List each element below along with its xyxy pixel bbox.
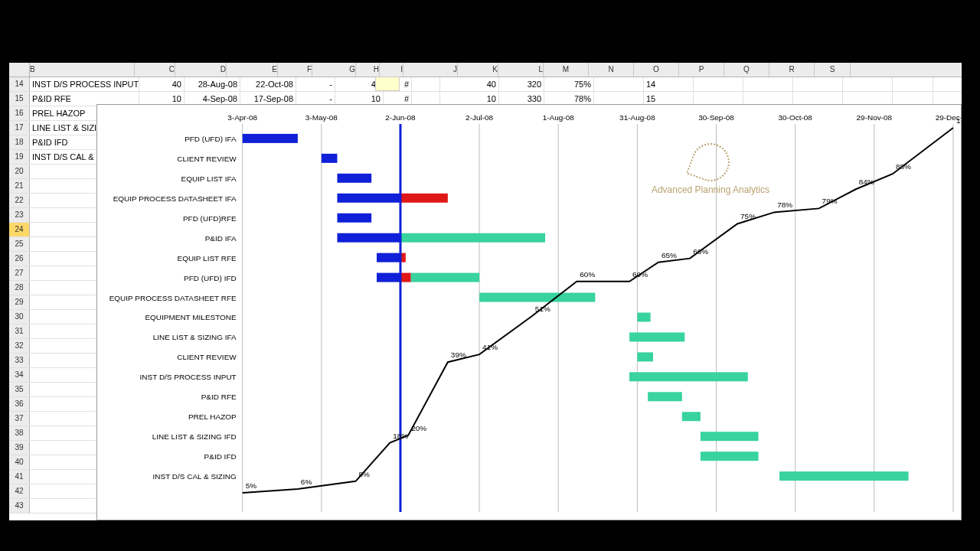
row-header-38[interactable]: 38: [9, 426, 30, 440]
row-header-41[interactable]: 41: [9, 470, 30, 484]
svg-rect-54: [682, 412, 701, 421]
col-S[interactable]: S: [815, 63, 851, 77]
col-F[interactable]: F: [278, 63, 312, 77]
svg-rect-30: [337, 214, 371, 223]
cell-I14[interactable]: [412, 77, 440, 91]
col-J[interactable]: J: [403, 63, 458, 77]
cell-O14[interactable]: [694, 77, 743, 91]
col-D[interactable]: D: [175, 63, 227, 77]
svg-text:CLIENT REVIEW: CLIENT REVIEW: [177, 155, 237, 163]
svg-rect-50: [629, 372, 748, 381]
row-header-39[interactable]: 39: [9, 441, 30, 455]
col-B[interactable]: B: [30, 63, 135, 77]
svg-rect-25: [337, 174, 371, 183]
column-headers[interactable]: B C D E F G H I J K L M N O P Q R S: [9, 63, 962, 77]
highlight-cell-H14: [375, 77, 400, 91]
cell-N14[interactable]: 14: [644, 77, 694, 91]
cell-B14[interactable]: INST D/S PROCESS INPUT: [30, 77, 139, 91]
row-header-22[interactable]: 22: [9, 194, 30, 207]
row-header-17[interactable]: 17: [9, 121, 30, 135]
svg-text:CLIENT REVIEW: CLIENT REVIEW: [177, 353, 237, 361]
row-header-25[interactable]: 25: [9, 237, 30, 251]
col-P[interactable]: P: [679, 63, 724, 77]
svg-text:31-Aug-08: 31-Aug-08: [619, 113, 655, 122]
svg-text:P&ID IFA: P&ID IFA: [205, 234, 237, 243]
cell-P14[interactable]: [743, 77, 793, 91]
cell-M14[interactable]: [594, 77, 644, 91]
row-header-40[interactable]: 40: [9, 455, 30, 469]
row-header-34[interactable]: 34: [9, 368, 30, 382]
cell-Q14[interactable]: [793, 77, 843, 91]
svg-text:60%: 60%: [580, 270, 595, 279]
row-header-31[interactable]: 31: [9, 324, 30, 338]
svg-rect-40: [411, 273, 479, 282]
row-14[interactable]: 14INST D/S PROCESS INPUT4028-Aug-0822-Oc…: [9, 77, 962, 92]
gantt-chart-object[interactable]: Advanced Planning Analytics 3-Apr-083-Ma…: [96, 104, 962, 520]
row-header-18[interactable]: 18: [9, 135, 30, 149]
svg-text:3-Apr-08: 3-Apr-08: [227, 113, 257, 122]
row-header-19[interactable]: 19: [9, 150, 30, 164]
svg-rect-44: [637, 312, 650, 321]
svg-rect-32: [337, 233, 400, 243]
cell-C14[interactable]: 40: [139, 77, 185, 91]
svg-text:30-Oct-08: 30-Oct-08: [779, 113, 813, 122]
svg-rect-35: [377, 253, 400, 262]
col-E[interactable]: E: [227, 63, 278, 77]
col-G[interactable]: G: [312, 63, 356, 77]
row-header-16[interactable]: 16: [9, 106, 30, 120]
cell-D14[interactable]: 28-Aug-08: [185, 77, 240, 91]
select-all-corner[interactable]: [9, 63, 30, 77]
cell-J14[interactable]: 40: [440, 77, 499, 91]
svg-text:LINE LIST & SIZING IFA: LINE LIST & SIZING IFA: [153, 333, 237, 341]
cell-R14[interactable]: [843, 77, 893, 91]
row-header-29[interactable]: 29: [9, 295, 30, 309]
svg-text:PFD (UFD) IFA: PFD (UFD) IFA: [185, 135, 237, 143]
row-header-24[interactable]: 24: [9, 223, 30, 236]
row-header-26[interactable]: 26: [9, 252, 30, 266]
row-header-15[interactable]: 15: [9, 92, 30, 106]
svg-rect-52: [648, 392, 682, 401]
col-N[interactable]: N: [589, 63, 634, 77]
svg-text:P&ID IFD: P&ID IFD: [204, 452, 237, 461]
row-header-14[interactable]: 14: [9, 77, 30, 91]
col-M[interactable]: M: [544, 63, 589, 77]
row-header-35[interactable]: 35: [9, 383, 30, 396]
row-header-37[interactable]: 37: [9, 412, 30, 425]
row-header-36[interactable]: 36: [9, 397, 30, 411]
row-header-32[interactable]: 32: [9, 339, 30, 353]
svg-rect-28: [400, 194, 448, 203]
col-I[interactable]: I: [380, 63, 403, 77]
cell-K14[interactable]: 320: [499, 77, 544, 91]
col-R[interactable]: R: [769, 63, 815, 77]
row-header-42[interactable]: 42: [9, 484, 30, 498]
row-header-28[interactable]: 28: [9, 281, 30, 295]
svg-text:29-Nov-08: 29-Nov-08: [857, 113, 893, 122]
cell-S14[interactable]: [893, 77, 933, 91]
cell-E14[interactable]: 22-Oct-08: [240, 77, 296, 91]
col-H[interactable]: H: [356, 63, 380, 77]
svg-text:EQUIP PROCESS DATASHEET RFE: EQUIP PROCESS DATASHEET RFE: [109, 294, 237, 302]
cell-F14[interactable]: -: [296, 77, 335, 91]
col-K[interactable]: K: [458, 63, 498, 77]
svg-text:100%: 100%: [956, 116, 961, 125]
svg-text:1-Aug-08: 1-Aug-08: [543, 113, 574, 122]
svg-text:75%: 75%: [740, 212, 756, 220]
row-header-27[interactable]: 27: [9, 266, 30, 280]
col-C[interactable]: C: [135, 63, 175, 77]
row-header-21[interactable]: 21: [9, 179, 30, 193]
col-L[interactable]: L: [498, 63, 544, 77]
row-header-43[interactable]: 43: [9, 499, 30, 513]
svg-text:84%: 84%: [859, 178, 874, 186]
svg-rect-46: [629, 332, 684, 341]
row-header-23[interactable]: 23: [9, 208, 30, 222]
cell-L14[interactable]: 75%: [544, 77, 594, 91]
col-Q[interactable]: Q: [724, 63, 769, 77]
svg-text:INST D/S PROCESS INPUT: INST D/S PROCESS INPUT: [140, 373, 237, 381]
svg-text:LINE LIST & SIZING IFD: LINE LIST & SIZING IFD: [152, 432, 237, 441]
row-header-20[interactable]: 20: [9, 165, 30, 178]
row-header-33[interactable]: 33: [9, 354, 30, 367]
row-header-30[interactable]: 30: [9, 310, 30, 324]
col-O[interactable]: O: [634, 63, 679, 77]
svg-rect-42: [479, 293, 595, 302]
logo-icon: [686, 138, 735, 187]
